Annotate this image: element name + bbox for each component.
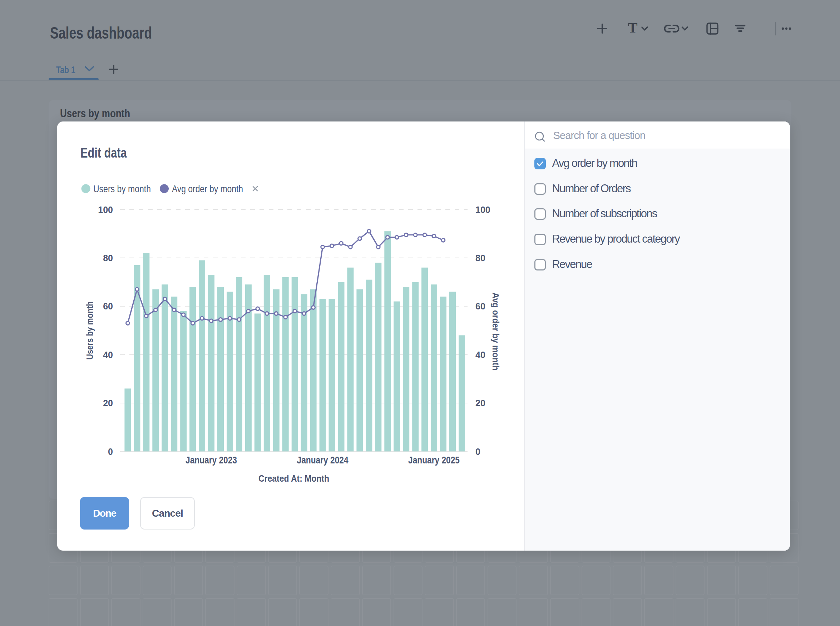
svg-text:40: 40: [475, 350, 486, 360]
svg-text:Users by month: Users by month: [93, 184, 151, 194]
svg-text:20: 20: [103, 398, 113, 408]
svg-text:0: 0: [108, 447, 113, 457]
svg-text:20: 20: [475, 398, 486, 408]
svg-text:80: 80: [475, 253, 486, 263]
svg-text:January 2025: January 2025: [408, 454, 460, 466]
svg-text:40: 40: [103, 350, 113, 360]
svg-text:January 2023: January 2023: [185, 454, 237, 466]
svg-text:Created At: Month: Created At: Month: [259, 473, 329, 484]
svg-text:T: T: [628, 20, 638, 36]
svg-text:Avg order by month: Avg order by month: [172, 184, 243, 194]
svg-text:100: 100: [475, 205, 491, 215]
svg-text:100: 100: [98, 205, 113, 215]
svg-text:0: 0: [475, 447, 480, 457]
svg-text:Avg order by month: Avg order by month: [491, 293, 501, 371]
svg-text:60: 60: [103, 301, 113, 311]
svg-text:Users by month: Users by month: [85, 302, 95, 360]
svg-text:January 2024: January 2024: [297, 454, 348, 466]
svg-text:60: 60: [475, 301, 486, 311]
svg-text:80: 80: [103, 253, 113, 263]
